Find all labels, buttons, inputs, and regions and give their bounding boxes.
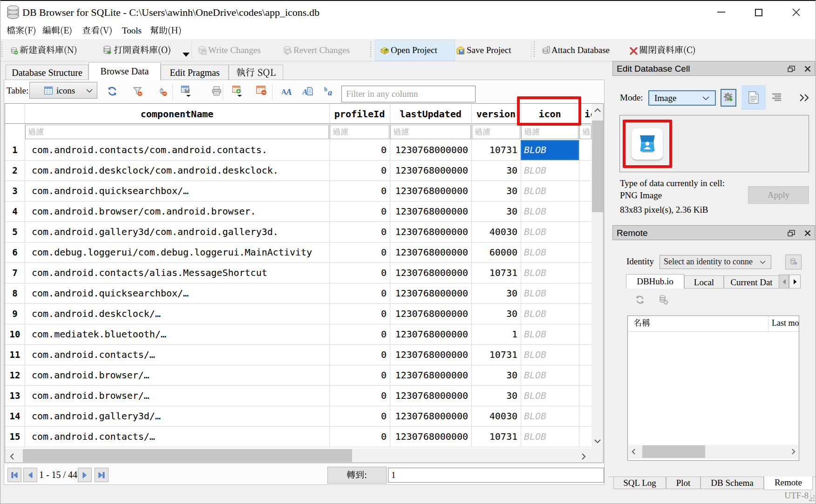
- write-changes-button[interactable]: Write Changes: [197, 40, 261, 60]
- new-database-button[interactable]: [10, 40, 77, 60]
- table-row[interactable]: 2 com.android.deskclock/com.android.desk…: [5, 161, 592, 181]
- toolbar-drag-handle[interactable]: [1, 42, 2, 58]
- cell-version[interactable]: 10731: [471, 263, 521, 283]
- edit-cell-dock-header[interactable]: Edit Database Cell: [612, 61, 815, 76]
- filter-partial-input[interactable]: [579, 125, 592, 139]
- cell-version[interactable]: 30: [471, 181, 521, 201]
- float-dock-icon[interactable]: [788, 66, 795, 72]
- cell-componentname[interactable]: com.android.browser/…: [25, 386, 329, 406]
- goto-record-input[interactable]: 1: [388, 468, 604, 483]
- cell-icon-blob[interactable]: BLOB: [521, 304, 579, 324]
- cell-icon-blob[interactable]: BLOB: [521, 345, 579, 365]
- identity-select[interactable]: Select an identity to conne: [660, 255, 771, 269]
- remote-dock-header[interactable]: Remote: [612, 225, 815, 240]
- goto-record-button[interactable]: [327, 467, 387, 484]
- row-number[interactable]: 6: [5, 242, 25, 262]
- cell-profileid[interactable]: 0: [329, 202, 390, 222]
- remote-tab-local[interactable]: Local: [684, 276, 724, 289]
- bottom-tab-sql-log[interactable]: SQL Log: [613, 477, 666, 489]
- row-number[interactable]: 15: [5, 427, 25, 447]
- cell-profileid[interactable]: 0: [329, 386, 390, 406]
- tab-edit-pragmas[interactable]: Edit Pragmas: [161, 65, 229, 80]
- cell-icon-blob[interactable]: BLOB: [521, 140, 579, 160]
- cell-componentname[interactable]: com.android.contacts/…: [25, 345, 329, 365]
- filter-profileid-input[interactable]: [330, 125, 389, 139]
- cell-lastupdated[interactable]: 1230768000000: [390, 406, 471, 426]
- table-row[interactable]: 11 com.android.contacts/… 0 123076800000…: [5, 345, 592, 365]
- cell-lastupdated[interactable]: 1230768000000: [390, 222, 471, 242]
- save-project-button[interactable]: Save Project: [456, 40, 511, 60]
- filter-lastupdated-input[interactable]: [390, 125, 471, 139]
- scroll-left-button[interactable]: [628, 445, 639, 458]
- cell-componentname[interactable]: com.android.browser/com.android.browser.: [25, 202, 329, 222]
- tab-database-structure[interactable]: Database Structure: [6, 65, 88, 80]
- table-row[interactable]: 4 com.android.browser/com.android.browse…: [5, 202, 592, 222]
- cell-componentname[interactable]: com.android.gallery3d/com.android.galler…: [25, 222, 329, 242]
- text-case-icon[interactable]: b a: [324, 86, 335, 97]
- scroll-left-button[interactable]: [6, 449, 19, 463]
- close-dock-icon[interactable]: [804, 230, 811, 236]
- scroll-right-button[interactable]: [577, 449, 590, 463]
- mode-select[interactable]: Image: [648, 90, 716, 106]
- open-database-menu-arrow[interactable]: [183, 53, 190, 57]
- row-number[interactable]: 10: [5, 324, 25, 344]
- cell-lastupdated[interactable]: 1230768000000: [390, 345, 471, 365]
- expand-toolbar-icon[interactable]: [799, 94, 809, 101]
- row-number[interactable]: 9: [5, 304, 25, 324]
- table-row[interactable]: 3 com.android.quicksearchbox/… 0 1230768…: [5, 181, 592, 202]
- cell-icon-blob[interactable]: BLOB: [521, 427, 579, 447]
- cell-componentname[interactable]: com.android.deskclock/…: [25, 304, 329, 324]
- open-database-button[interactable]: [102, 40, 171, 60]
- cell-icon-blob[interactable]: BLOB: [521, 202, 579, 222]
- maximize-button[interactable]: [744, 0, 766, 24]
- previous-page-button[interactable]: [23, 468, 37, 482]
- row-number[interactable]: 4: [5, 202, 25, 222]
- cell-componentname[interactable]: com.android.quicksearchbox/…: [25, 283, 329, 303]
- list-header-name[interactable]: [633, 318, 650, 328]
- toolbar-drag-handle[interactable]: [370, 42, 371, 58]
- cell-profileid[interactable]: 0: [329, 365, 390, 385]
- menu-edit[interactable]: [42, 24, 72, 39]
- cell-profileid[interactable]: 0: [329, 345, 390, 365]
- table-row[interactable]: 14 com.android.gallery3d/… 0 12307680000…: [5, 406, 592, 427]
- row-number[interactable]: 1: [5, 140, 25, 160]
- open-project-button[interactable]: Open Project: [375, 40, 455, 61]
- cell-componentname[interactable]: com.debug.loggerui/com.debug.loggerui.Ma…: [25, 242, 329, 262]
- cell-profileid[interactable]: 0: [329, 222, 390, 242]
- tab-execute-sql[interactable]: [229, 65, 283, 80]
- cell-version[interactable]: 30: [471, 202, 521, 222]
- cell-componentname[interactable]: com.android.contacts/…: [25, 427, 329, 447]
- cell-lastupdated[interactable]: 1230768000000: [390, 161, 471, 181]
- cell-lastupdated[interactable]: 1230768000000: [390, 324, 471, 344]
- filter-version-input[interactable]: [472, 125, 520, 139]
- cell-componentname[interactable]: com.android.deskclock/com.android.deskcl…: [25, 161, 329, 181]
- horizontal-scrollbar-thumb[interactable]: [23, 449, 352, 462]
- insert-record-icon[interactable]: [231, 86, 243, 97]
- tab-scroll-left-button[interactable]: [779, 275, 789, 289]
- table-row[interactable]: 1 com.android.contacts/com.android.conta…: [5, 140, 592, 161]
- table-row[interactable]: 5 com.android.gallery3d/com.android.gall…: [5, 222, 592, 242]
- toolbar-drag-handle[interactable]: [534, 42, 535, 58]
- cell-version[interactable]: 30: [471, 283, 521, 303]
- row-number[interactable]: 2: [5, 161, 25, 181]
- cell-componentname[interactable]: com.mediatek.bluetooth/…: [25, 324, 329, 344]
- cell-version[interactable]: 1: [471, 324, 521, 344]
- cell-lastupdated[interactable]: 1230768000000: [390, 365, 471, 385]
- text-mode-button[interactable]: [741, 85, 766, 110]
- row-number[interactable]: 3: [5, 181, 25, 201]
- cell-icon-blob[interactable]: BLOB: [521, 324, 579, 344]
- cell-icon-blob[interactable]: BLOB: [521, 283, 579, 303]
- cell-profileid[interactable]: 0: [329, 242, 390, 262]
- first-page-button[interactable]: [7, 468, 21, 482]
- column-header-componentname[interactable]: componentName: [25, 104, 329, 123]
- cell-icon-blob[interactable]: BLOB: [521, 222, 579, 242]
- cell-version[interactable]: 30: [471, 161, 521, 181]
- apply-button[interactable]: Apply: [748, 186, 809, 204]
- table-row[interactable]: 10 com.mediatek.bluetooth/… 0 1230768000…: [5, 324, 592, 345]
- table-select[interactable]: icons: [29, 82, 97, 99]
- cell-version[interactable]: 10731: [471, 140, 521, 160]
- cell-profileid[interactable]: 0: [329, 140, 390, 160]
- row-number[interactable]: 12: [5, 365, 25, 385]
- bottom-tab-plot[interactable]: Plot: [666, 477, 700, 489]
- cell-version[interactable]: 40030: [471, 222, 521, 242]
